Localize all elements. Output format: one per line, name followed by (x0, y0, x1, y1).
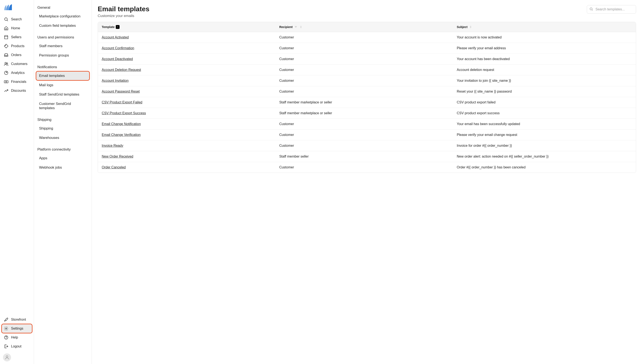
nav-label: Home (11, 26, 20, 30)
table-row: Email Change VerificationCustomerPlease … (98, 130, 636, 140)
nav-label: Orders (11, 53, 22, 57)
nav-label: Search (11, 18, 22, 21)
avatar[interactable] (3, 354, 11, 362)
nav-discounts[interactable]: Discounts (2, 86, 32, 95)
template-link[interactable]: Invoice Ready (102, 144, 123, 148)
template-link[interactable]: CSV Product Export Success (102, 111, 146, 115)
page-title: Email templates (98, 5, 150, 13)
settings-item-apps[interactable]: Apps (36, 154, 90, 163)
settings-item-warehouses[interactable]: Warehouses (36, 133, 90, 142)
template-link[interactable]: Account Invitation (102, 79, 128, 82)
nav-orders[interactable]: Orders (2, 50, 32, 60)
cell-recipient: Customer (276, 76, 453, 86)
table-row: Invoice ReadyCustomerInvoice for order #… (98, 140, 636, 151)
settings-item-mail-logs[interactable]: Mail logs (36, 81, 90, 90)
cell-subject: Please verify your email change request (453, 130, 636, 140)
help-icon (4, 335, 8, 340)
cell-subject: Invoice for order #{{ order_number }} (453, 140, 636, 151)
gear-icon (4, 326, 8, 331)
cell-template: Account Password Reset (98, 86, 276, 97)
nav-search[interactable]: Search (2, 15, 32, 24)
cell-subject: Your invitation to join {{ site_name }} (453, 76, 636, 86)
svg-point-3 (5, 62, 6, 64)
table-row: Account Password ResetCustomerReset your… (98, 86, 636, 97)
svg-rect-6 (4, 81, 8, 83)
column-recipient[interactable]: Recipient (276, 22, 453, 32)
column-subject[interactable]: Subject (453, 22, 636, 32)
nav-settings[interactable]: Settings (2, 324, 32, 333)
nav-analytics[interactable]: Analytics (2, 68, 32, 77)
cell-template: Invoice Ready (98, 140, 276, 151)
home-icon (4, 26, 8, 30)
filter-icon (294, 25, 298, 29)
logo (4, 4, 12, 11)
nav-financials[interactable]: Financials (2, 77, 32, 86)
template-link[interactable]: New Order Received (102, 154, 133, 158)
inbox-icon (4, 53, 8, 57)
nav-sellers[interactable]: Sellers (2, 33, 32, 42)
settings-item-permission-groups[interactable]: Permission groups (36, 51, 90, 60)
settings-item-staff-sendgrid[interactable]: Staff SendGrid templates (36, 90, 90, 99)
template-link[interactable]: Account Deletion Request (102, 68, 141, 72)
cell-template: Account Confirmation (98, 43, 276, 54)
settings-item-webhook-jobs[interactable]: Webhook jobs (36, 163, 90, 172)
template-link[interactable]: Account Confirmation (102, 46, 134, 50)
nav-products[interactable]: Products (2, 42, 32, 50)
settings-sidebar: General Marketplace configuration Custom… (34, 0, 92, 364)
table-row: CSV Product Export FailedStaff member ma… (98, 97, 636, 108)
table-row: New Order ReceivedStaff member sellerNew… (98, 151, 636, 162)
nav-customers[interactable]: Customers (2, 60, 32, 68)
svg-point-4 (6, 63, 8, 64)
table-row: Account ConfirmationCustomerPlease verif… (98, 43, 636, 54)
template-link[interactable]: CSV Product Export Failed (102, 100, 142, 104)
nav-label: Financials (11, 80, 26, 84)
template-link[interactable]: Account Deactivated (102, 57, 133, 61)
cell-subject: Your account is now activated (453, 32, 636, 43)
money-icon (4, 80, 8, 84)
settings-item-staff-members[interactable]: Staff members (36, 42, 90, 50)
settings-item-customer-sendgrid[interactable]: Customer SendGrid templates (36, 100, 90, 112)
template-link[interactable]: Account Password Reset (102, 90, 140, 94)
template-link[interactable]: Email Change Notification (102, 122, 141, 126)
cell-recipient: Staff member marketplace or seller (276, 108, 453, 118)
cell-subject: Your email has been successfully updated (453, 119, 636, 129)
settings-group-users: Users and permissions (36, 34, 90, 42)
pie-icon (4, 70, 8, 75)
template-link[interactable]: Account Activated (102, 36, 129, 39)
nav-logout[interactable]: Logout (2, 342, 32, 351)
svg-line-13 (592, 10, 592, 10)
nav-label: Sellers (11, 35, 22, 39)
cell-recipient: Customer (276, 54, 453, 64)
logout-icon (4, 344, 8, 349)
nav-storefront[interactable]: Storefront (2, 315, 32, 324)
search-input[interactable] (587, 5, 636, 14)
nav-help[interactable]: Help (2, 333, 32, 342)
primary-sidebar: Search Home Sellers Products Orders Cust… (0, 0, 34, 364)
template-link[interactable]: Order Canceled (102, 166, 126, 169)
svg-line-1 (7, 20, 8, 21)
nav-label: Products (11, 44, 24, 48)
cell-recipient: Customer (276, 43, 453, 54)
settings-item-custom-field-templates[interactable]: Custom field templates (36, 21, 90, 30)
svg-point-7 (6, 81, 7, 82)
nav-home[interactable]: Home (2, 24, 32, 33)
page-subtitle: Customize your emails (98, 14, 150, 18)
table-row: CSV Product Export SuccessStaff member m… (98, 108, 636, 119)
cell-template: Account Deactivated (98, 54, 276, 64)
svg-point-12 (590, 8, 592, 10)
nav-label: Help (11, 336, 18, 339)
cell-subject: New order alert: action needed on #{{ se… (453, 151, 636, 162)
nav-label: Customers (11, 62, 28, 66)
cell-template: New Order Received (98, 151, 276, 162)
table-row: Account Deletion RequestCustomerAccount … (98, 64, 636, 76)
main-content: Email templates Customize your emails Te… (92, 0, 642, 364)
settings-item-marketplace-config[interactable]: Marketplace configuration (36, 12, 90, 21)
column-template[interactable]: Template (98, 22, 276, 32)
template-link[interactable]: Email Change Verification (102, 133, 140, 137)
settings-item-shipping[interactable]: Shipping (36, 124, 90, 133)
nav-label: Analytics (11, 71, 25, 75)
settings-item-email-templates[interactable]: Email templates (36, 71, 90, 80)
cell-template: Account Deletion Request (98, 64, 276, 75)
table-row: Account InvitationCustomerYour invitatio… (98, 76, 636, 86)
cell-recipient: Customer (276, 162, 453, 173)
